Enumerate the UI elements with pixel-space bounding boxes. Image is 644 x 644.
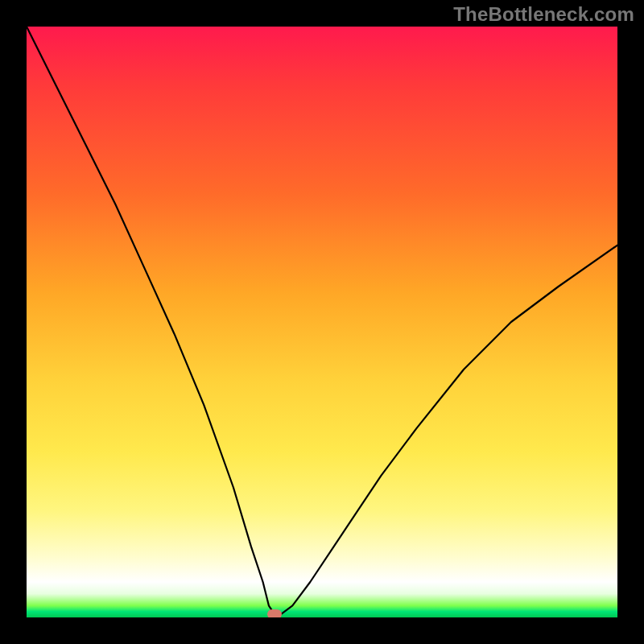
- bottleneck-curve: [27, 27, 617, 614]
- plot-area: [27, 27, 617, 617]
- optimal-point-marker: [267, 609, 282, 617]
- watermark-text: TheBottleneck.com: [453, 3, 634, 26]
- curve-svg: [27, 27, 617, 617]
- chart-frame: TheBottleneck.com: [0, 0, 644, 644]
